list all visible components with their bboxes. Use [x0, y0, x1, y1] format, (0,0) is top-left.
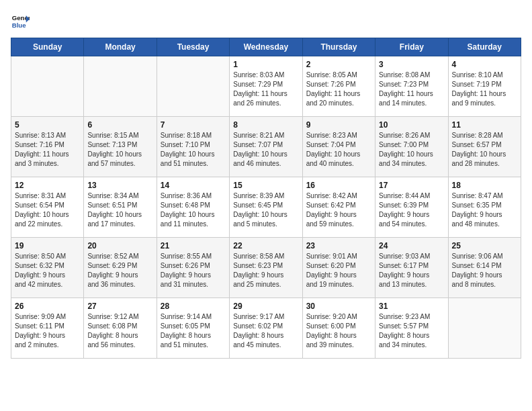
day-number: 2	[306, 60, 371, 69]
day-info: Sunrise: 8:36 AM Sunset: 6:48 PM Dayligh…	[161, 191, 226, 229]
day-number: 5	[15, 120, 80, 130]
day-number: 21	[161, 241, 226, 250]
day-number: 23	[306, 241, 371, 250]
day-number: 18	[452, 181, 517, 190]
day-number: 20	[87, 241, 152, 250]
day-info: Sunrise: 9:03 AM Sunset: 6:17 PM Dayligh…	[379, 252, 444, 289]
day-number: 3	[379, 60, 444, 69]
calendar-cell: 3Sunrise: 8:08 AM Sunset: 7:23 PM Daylig…	[375, 56, 448, 117]
day-info: Sunrise: 8:13 AM Sunset: 7:16 PM Dayligh…	[15, 131, 80, 169]
calendar-cell: 19Sunrise: 8:50 AM Sunset: 6:32 PM Dayli…	[11, 238, 84, 298]
day-info: Sunrise: 8:18 AM Sunset: 7:10 PM Dayligh…	[161, 131, 226, 169]
day-number: 15	[233, 181, 298, 190]
calendar-cell: 15Sunrise: 8:39 AM Sunset: 6:45 PM Dayli…	[230, 177, 302, 238]
calendar-table: SundayMondayTuesdayWednesdayThursdayFrid…	[11, 38, 521, 359]
day-info: Sunrise: 8:42 AM Sunset: 6:42 PM Dayligh…	[306, 191, 371, 229]
day-number: 16	[306, 181, 371, 190]
day-header-sunday: Sunday	[11, 38, 84, 56]
day-number: 27	[87, 302, 152, 311]
day-info: Sunrise: 8:26 AM Sunset: 7:00 PM Dayligh…	[379, 131, 444, 169]
day-info: Sunrise: 8:44 AM Sunset: 6:39 PM Dayligh…	[379, 191, 444, 229]
calendar-cell	[157, 56, 229, 117]
header: General Blue	[11, 11, 521, 30]
calendar-cell: 12Sunrise: 8:31 AM Sunset: 6:54 PM Dayli…	[11, 177, 84, 238]
day-number: 4	[452, 60, 517, 69]
day-info: Sunrise: 9:17 AM Sunset: 6:02 PM Dayligh…	[233, 312, 298, 350]
day-number: 1	[233, 60, 298, 69]
calendar-cell: 26Sunrise: 9:09 AM Sunset: 6:11 PM Dayli…	[11, 298, 84, 359]
calendar-cell: 30Sunrise: 9:20 AM Sunset: 6:00 PM Dayli…	[302, 298, 375, 359]
calendar-cell: 18Sunrise: 8:47 AM Sunset: 6:35 PM Dayli…	[448, 177, 521, 238]
day-number: 19	[15, 241, 80, 250]
day-number: 12	[15, 181, 80, 190]
day-info: Sunrise: 8:21 AM Sunset: 7:07 PM Dayligh…	[233, 131, 298, 169]
day-header-wednesday: Wednesday	[230, 38, 302, 56]
calendar-cell: 4Sunrise: 8:10 AM Sunset: 7:19 PM Daylig…	[448, 56, 521, 117]
day-header-friday: Friday	[375, 38, 448, 56]
week-row-5: 26Sunrise: 9:09 AM Sunset: 6:11 PM Dayli…	[11, 298, 521, 359]
day-info: Sunrise: 8:28 AM Sunset: 6:57 PM Dayligh…	[452, 131, 517, 169]
calendar-cell: 24Sunrise: 9:03 AM Sunset: 6:17 PM Dayli…	[375, 238, 448, 298]
logo: General Blue	[11, 11, 30, 30]
calendar-cell: 31Sunrise: 9:23 AM Sunset: 5:57 PM Dayli…	[375, 298, 448, 359]
calendar-cell: 8Sunrise: 8:21 AM Sunset: 7:07 PM Daylig…	[230, 117, 302, 177]
day-number: 24	[379, 241, 444, 250]
day-header-monday: Monday	[84, 38, 157, 56]
day-info: Sunrise: 8:34 AM Sunset: 6:51 PM Dayligh…	[87, 191, 152, 229]
day-info: Sunrise: 9:06 AM Sunset: 6:14 PM Dayligh…	[452, 252, 517, 289]
calendar-cell: 1Sunrise: 8:03 AM Sunset: 7:29 PM Daylig…	[230, 56, 302, 117]
svg-text:Blue: Blue	[12, 21, 26, 29]
calendar-cell: 28Sunrise: 9:14 AM Sunset: 6:05 PM Dayli…	[157, 298, 229, 359]
calendar-cell: 5Sunrise: 8:13 AM Sunset: 7:16 PM Daylig…	[11, 117, 84, 177]
calendar-cell: 7Sunrise: 8:18 AM Sunset: 7:10 PM Daylig…	[157, 117, 229, 177]
calendar-cell: 2Sunrise: 8:05 AM Sunset: 7:26 PM Daylig…	[302, 56, 375, 117]
day-header-saturday: Saturday	[448, 38, 521, 56]
calendar-cell: 23Sunrise: 9:01 AM Sunset: 6:20 PM Dayli…	[302, 238, 375, 298]
calendar-cell: 9Sunrise: 8:23 AM Sunset: 7:04 PM Daylig…	[302, 117, 375, 177]
day-info: Sunrise: 9:12 AM Sunset: 6:08 PM Dayligh…	[87, 312, 152, 350]
day-info: Sunrise: 8:39 AM Sunset: 6:45 PM Dayligh…	[233, 191, 298, 229]
day-info: Sunrise: 8:05 AM Sunset: 7:26 PM Dayligh…	[306, 71, 371, 108]
day-number: 11	[452, 120, 517, 130]
week-row-1: 1Sunrise: 8:03 AM Sunset: 7:29 PM Daylig…	[11, 56, 521, 117]
calendar-cell: 6Sunrise: 8:15 AM Sunset: 7:13 PM Daylig…	[84, 117, 157, 177]
day-info: Sunrise: 9:14 AM Sunset: 6:05 PM Dayligh…	[161, 312, 226, 350]
calendar-cell: 14Sunrise: 8:36 AM Sunset: 6:48 PM Dayli…	[157, 177, 229, 238]
calendar-cell	[11, 56, 84, 117]
day-number: 22	[233, 241, 298, 250]
day-info: Sunrise: 8:58 AM Sunset: 6:23 PM Dayligh…	[233, 252, 298, 289]
day-number: 9	[306, 120, 371, 130]
day-info: Sunrise: 8:52 AM Sunset: 6:29 PM Dayligh…	[87, 252, 152, 289]
calendar-cell: 11Sunrise: 8:28 AM Sunset: 6:57 PM Dayli…	[448, 117, 521, 177]
day-number: 26	[15, 302, 80, 311]
day-number: 6	[87, 120, 152, 130]
calendar-cell: 22Sunrise: 8:58 AM Sunset: 6:23 PM Dayli…	[230, 238, 302, 298]
calendar-cell: 16Sunrise: 8:42 AM Sunset: 6:42 PM Dayli…	[302, 177, 375, 238]
day-info: Sunrise: 8:31 AM Sunset: 6:54 PM Dayligh…	[15, 191, 80, 229]
day-info: Sunrise: 9:23 AM Sunset: 5:57 PM Dayligh…	[379, 312, 444, 350]
day-info: Sunrise: 8:10 AM Sunset: 7:19 PM Dayligh…	[452, 71, 517, 108]
day-info: Sunrise: 8:03 AM Sunset: 7:29 PM Dayligh…	[233, 71, 298, 108]
logo-icon: General Blue	[11, 11, 30, 30]
day-number: 31	[379, 302, 444, 311]
day-info: Sunrise: 9:09 AM Sunset: 6:11 PM Dayligh…	[15, 312, 80, 350]
calendar-cell: 17Sunrise: 8:44 AM Sunset: 6:39 PM Dayli…	[375, 177, 448, 238]
day-info: Sunrise: 9:01 AM Sunset: 6:20 PM Dayligh…	[306, 252, 371, 289]
calendar-cell	[448, 298, 521, 359]
day-number: 8	[233, 120, 298, 130]
calendar-cell: 13Sunrise: 8:34 AM Sunset: 6:51 PM Dayli…	[84, 177, 157, 238]
day-info: Sunrise: 8:50 AM Sunset: 6:32 PM Dayligh…	[15, 252, 80, 289]
day-info: Sunrise: 8:55 AM Sunset: 6:26 PM Dayligh…	[161, 252, 226, 289]
day-info: Sunrise: 8:23 AM Sunset: 7:04 PM Dayligh…	[306, 131, 371, 169]
calendar-cell: 29Sunrise: 9:17 AM Sunset: 6:02 PM Dayli…	[230, 298, 302, 359]
calendar-cell	[84, 56, 157, 117]
day-number: 7	[161, 120, 226, 130]
calendar-cell: 10Sunrise: 8:26 AM Sunset: 7:00 PM Dayli…	[375, 117, 448, 177]
day-header-tuesday: Tuesday	[157, 38, 229, 56]
calendar-cell: 27Sunrise: 9:12 AM Sunset: 6:08 PM Dayli…	[84, 298, 157, 359]
day-info: Sunrise: 9:20 AM Sunset: 6:00 PM Dayligh…	[306, 312, 371, 350]
day-info: Sunrise: 8:15 AM Sunset: 7:13 PM Dayligh…	[87, 131, 152, 169]
week-row-3: 12Sunrise: 8:31 AM Sunset: 6:54 PM Dayli…	[11, 177, 521, 238]
calendar-cell: 25Sunrise: 9:06 AM Sunset: 6:14 PM Dayli…	[448, 238, 521, 298]
week-row-4: 19Sunrise: 8:50 AM Sunset: 6:32 PM Dayli…	[11, 238, 521, 298]
